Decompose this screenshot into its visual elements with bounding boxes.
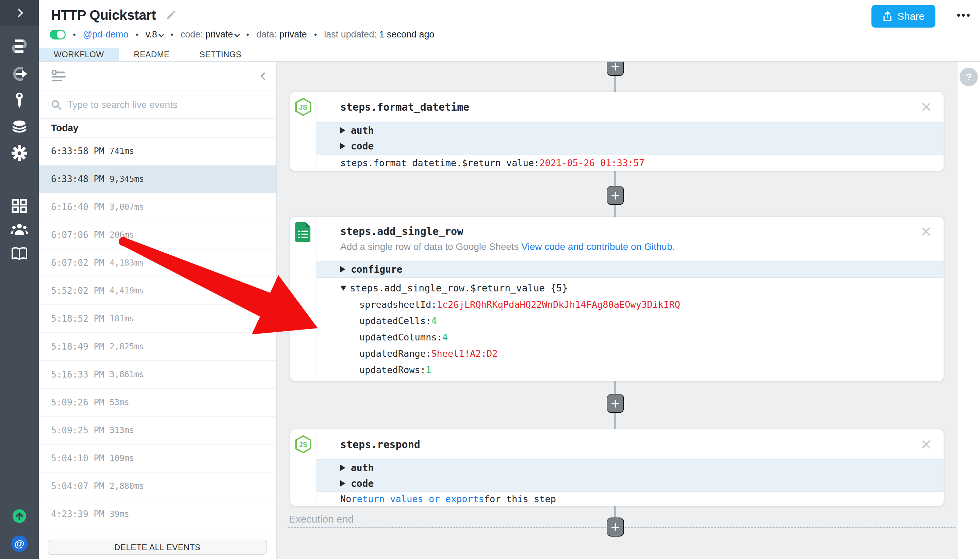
event-duration: 3,861ms [110, 370, 144, 379]
version-dropdown[interactable]: v.8 [146, 29, 163, 40]
deploy-toggle[interactable] [49, 30, 66, 40]
step-title: steps.add_single_row [340, 225, 463, 237]
add-step-button[interactable]: + [607, 518, 624, 536]
event-list-item[interactable]: 5:18:49 PM 2,825ms [39, 333, 276, 361]
return-values-link[interactable]: return values or exports [351, 494, 484, 504]
event-list-item[interactable]: 5:16:33 PM 3,861ms [39, 361, 276, 389]
workflows-icon [10, 38, 28, 55]
triangle-down-icon [340, 286, 346, 291]
step-sections: configure [317, 261, 944, 278]
search-input[interactable] [68, 99, 264, 110]
sql-nav-item[interactable] [11, 119, 28, 134]
return-field-updatedRange: updatedRange: Sheet1!A2:D2 [317, 345, 944, 362]
chevron-down-icon [158, 31, 164, 38]
event-list-item[interactable]: 5:09:26 PM 53ms [39, 389, 276, 417]
tab-workflow[interactable]: WORKFLOW [39, 48, 119, 61]
add-step-button[interactable]: + [607, 394, 624, 413]
edit-title-button[interactable] [165, 10, 176, 21]
event-time: 5:04:10 PM [51, 453, 110, 463]
event-list-item[interactable]: 4:23:39 PM 39ms [39, 500, 276, 528]
configure-section-toggle[interactable]: configure [317, 261, 944, 277]
docs-nav-item[interactable] [11, 246, 28, 261]
event-list-item[interactable]: 5:18:52 PM 181ms [39, 305, 276, 333]
event-list-item[interactable]: 6:07:02 PM 4,183ms [39, 249, 276, 277]
event-list-item[interactable]: 6:33:48 PM 9,345ms [39, 165, 276, 194]
event-time: 6:07:06 PM [51, 230, 110, 240]
delete-step-button[interactable] [921, 439, 931, 449]
auth-section-toggle[interactable]: auth [317, 122, 944, 138]
return-field-updatedColumns: updatedColumns: 4 [317, 329, 944, 345]
collapse-panel-icon[interactable] [261, 72, 269, 80]
code-section-toggle[interactable]: code [317, 138, 944, 154]
close-icon [921, 439, 931, 449]
delete-all-events-button[interactable]: DELETE ALL EVENTS [48, 539, 267, 555]
upgrade-button[interactable] [13, 509, 26, 523]
add-step-button[interactable]: + [607, 61, 624, 76]
event-list-item[interactable]: 5:04:07 PM 2,880ms [39, 473, 276, 500]
nodejs-icon: JS [294, 98, 313, 116]
event-duration: 4,419ms [110, 286, 144, 296]
filter-icon[interactable] [50, 69, 68, 83]
event-duration: 313ms [110, 425, 134, 435]
separator-dot: • [246, 30, 249, 40]
event-duration: 2,825ms [110, 342, 144, 351]
step-return-value: steps.format_datetime.$return_value: 202… [317, 155, 944, 171]
event-list-item[interactable]: 6:07:06 PM 206ms [39, 221, 276, 249]
support-button[interactable]: @ [11, 536, 28, 552]
event-duration: 181ms [110, 314, 134, 323]
apps-nav-item[interactable] [12, 199, 27, 213]
settings-nav-item[interactable] [11, 145, 28, 161]
github-link[interactable]: View code and contribute on Github. [521, 241, 675, 252]
close-icon [921, 227, 931, 237]
owner-link[interactable]: @pd-demo [82, 29, 128, 40]
event-list-item[interactable]: 5:09:25 PM 313ms [39, 417, 276, 445]
auth-section-toggle[interactable]: auth [317, 460, 944, 476]
event-sources-nav-item[interactable] [11, 66, 28, 82]
return-field-updatedRows: updatedRows: 1 [317, 362, 944, 378]
return-field-updatedCells: updatedCells: 4 [317, 313, 944, 329]
code-visibility-dropdown[interactable]: code: private [180, 29, 239, 40]
event-time: 6:07:02 PM [51, 258, 110, 268]
add-step-button[interactable]: + [607, 186, 624, 205]
event-list-item[interactable]: 5:52:02 PM 4,419ms [39, 277, 276, 305]
events-section-label: Today [39, 119, 276, 137]
event-list-item[interactable]: 5:04:10 PM 109ms [39, 445, 276, 473]
event-list: 6:33:58 PM 741ms 6:33:48 PM 9,345ms 6:16… [39, 137, 276, 539]
event-list-item[interactable]: 6:16:40 PM 3,007ms [39, 194, 276, 221]
event-list-item[interactable]: 6:33:58 PM 741ms [39, 137, 276, 165]
event-time: 6:33:48 PM [51, 174, 110, 184]
step-card-respond: JS steps.respond auth code No [290, 429, 944, 506]
event-duration: 39ms [110, 509, 129, 519]
delete-step-button[interactable] [921, 102, 931, 112]
event-duration: 741ms [110, 146, 134, 156]
execution-end-label: Execution end [289, 513, 353, 525]
pipedream-workflow-page: @ HTTP Quickstart • @pd-demo • v.8 • cod… [0, 0, 980, 559]
delete-step-button[interactable] [921, 227, 931, 237]
return-value-toggle[interactable]: steps.add_single_row.$return_value {5} [317, 280, 944, 296]
field-value: Sheet1!A2:D2 [431, 348, 498, 359]
help-button[interactable]: ? [960, 68, 978, 86]
upgrade-icon [16, 512, 23, 520]
step-description: Add a single row of data to Google Sheet… [340, 241, 931, 252]
code-section-toggle[interactable]: code [317, 476, 944, 491]
workflows-nav-item[interactable] [10, 38, 28, 55]
more-menu-button[interactable]: ••• [957, 9, 971, 22]
community-nav-item[interactable] [10, 222, 28, 236]
return-value-tree: steps.add_single_row.$return_value {5} s… [317, 278, 944, 381]
right-sidebar-strip: ? [957, 61, 980, 559]
accounts-nav-item[interactable] [13, 92, 25, 109]
event-duration: 9,345ms [110, 174, 144, 184]
share-button[interactable]: Share [871, 5, 935, 28]
tab-settings[interactable]: SETTINGS [185, 48, 256, 61]
separator-dot: • [170, 30, 173, 40]
expand-rail-button[interactable] [0, 0, 39, 26]
step-title: steps.respond [340, 438, 420, 450]
event-duration: 3,007ms [110, 202, 144, 212]
event-duration: 2,880ms [110, 481, 144, 491]
tab-readme[interactable]: README [119, 48, 185, 61]
svg-text:JS: JS [299, 104, 307, 111]
close-icon [921, 102, 931, 112]
event-search-row [39, 91, 276, 119]
apps-grid-icon [12, 199, 27, 213]
event-time: 5:18:52 PM [51, 314, 110, 324]
